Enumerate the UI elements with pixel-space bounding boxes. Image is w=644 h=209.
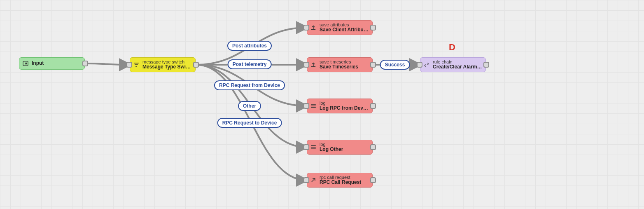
port-in[interactable] [126,62,132,68]
port-out[interactable] [370,177,376,183]
node-name-label: RPC Call Request [320,180,361,186]
port-in[interactable] [303,62,309,68]
port-out[interactable] [483,62,489,68]
edge-label[interactable]: Success [380,60,410,70]
node-name-label: Log RPC from Device [320,106,369,111]
edge-label[interactable]: Post telemetry [228,59,272,69]
node-type-label: message type switch [142,59,192,65]
node-save-attributes[interactable]: save attributes Save Client Attributes [307,20,373,35]
port-in[interactable] [417,62,422,68]
node-type-label: save attributes [320,22,369,28]
node-type-label: log [320,142,343,147]
node-name-label: Save Client Attributes [320,27,369,33]
node-type-label: rpc call request [320,175,361,180]
node-log-other[interactable]: log Log Other [307,140,373,155]
rule-chain-canvas[interactable]: D Input message type switch Message Type… [0,0,644,209]
node-rule-chain[interactable]: rule chain Create/Clear Alarm &... [420,57,486,72]
node-name-label: Message Type Switch [142,64,192,70]
port-in[interactable] [303,103,309,109]
input-icon [19,60,32,67]
node-name-label: Log Other [320,147,343,153]
edge-label[interactable]: Other [238,101,261,111]
node-type-label: save timeseries [320,59,358,65]
node-log-rpc-from-device[interactable]: log Log RPC from Device [307,99,373,113]
port-out[interactable] [370,62,376,68]
port-out[interactable] [193,62,199,68]
edge-label[interactable]: Post attributes [227,41,272,51]
edge-label[interactable]: RPC Request from Device [214,80,285,90]
edge-label[interactable]: RPC Request to Device [217,118,282,128]
port-in[interactable] [303,144,309,150]
node-type-label: rule chain [433,59,482,65]
node-rpc-call-request[interactable]: rpc call request RPC Call Request [307,173,373,188]
node-input[interactable]: Input [19,57,85,70]
port-out[interactable] [370,103,376,109]
port-out[interactable] [370,25,376,31]
node-input-label: Input [32,61,44,66]
edge[interactable] [86,63,129,65]
port-out[interactable] [370,144,376,150]
node-save-timeseries[interactable]: save timeseries Save Timeseries [307,57,373,72]
node-name-label: Save Timeseries [320,64,358,70]
node-name-label: Create/Clear Alarm &... [433,64,482,70]
node-message-type-switch[interactable]: message type switch Message Type Switch [130,57,196,72]
port-in[interactable] [303,177,309,183]
port-out[interactable] [82,61,88,66]
port-in[interactable] [303,25,309,31]
node-type-label: log [320,101,369,106]
annotation-d: D [449,42,455,53]
